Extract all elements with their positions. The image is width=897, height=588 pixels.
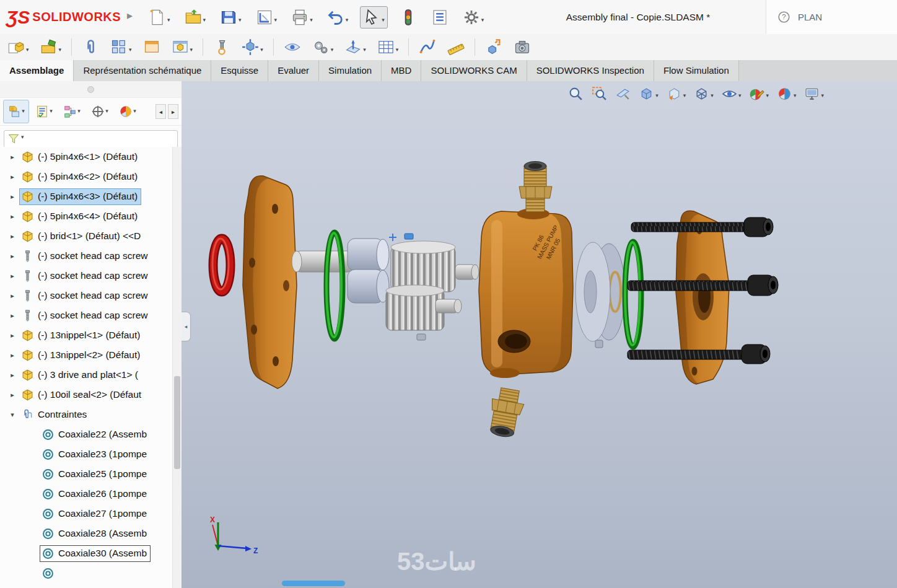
tab-evaluer[interactable]: Evaluer bbox=[268, 60, 319, 81]
tree-item-contraintes[interactable]: ▾Contraintes bbox=[0, 405, 173, 424]
zoom-to-area-button[interactable] bbox=[592, 86, 607, 102]
rebuild-button[interactable] bbox=[397, 7, 419, 28]
dropdown-caret-icon[interactable]: ▾ bbox=[59, 47, 62, 56]
filter-funnel-icon[interactable] bbox=[7, 133, 20, 145]
dropdown-caret-icon[interactable]: ▾ bbox=[310, 17, 313, 26]
options-button[interactable]: ▾ bbox=[460, 7, 487, 28]
tree-scrollbar[interactable] bbox=[172, 147, 182, 588]
dropdown-caret-icon[interactable]: ▾ bbox=[346, 17, 349, 26]
tree-item-13nippel-1-d-faut[interactable]: ▸(-) 13nippel<1> (Défaut) bbox=[0, 325, 173, 345]
smart-fasteners-button[interactable] bbox=[211, 37, 233, 58]
dropdown-caret-icon[interactable]: ▾ bbox=[738, 93, 742, 102]
zoom-to-fit-button[interactable] bbox=[568, 86, 584, 102]
tree-item-5pin4x6-4-d-faut[interactable]: ▸(-) 5pin4x6<4> (Défaut) bbox=[0, 206, 173, 226]
tab-flow-simulation[interactable]: Flow Simulation bbox=[654, 60, 739, 81]
component-preview-window-button[interactable]: ▾ bbox=[169, 37, 196, 58]
expand-arrow-icon[interactable]: ▸ bbox=[8, 312, 17, 320]
o-ring-rear[interactable] bbox=[625, 242, 641, 347]
tab-solidworks-cam[interactable]: SOLIDWORKS CAM bbox=[421, 60, 527, 81]
tree-item-socket-head-cap-screw[interactable]: ▸(-) socket head cap screw bbox=[0, 246, 173, 266]
tab-simulation[interactable]: Simulation bbox=[319, 60, 382, 81]
panel-tab-propertymanager[interactable]: ▾ bbox=[31, 100, 57, 123]
bearing-blocks[interactable] bbox=[348, 239, 389, 303]
dropdown-caret-icon[interactable]: ▾ bbox=[167, 17, 170, 26]
tree-item-10oil-seal-2-d-faut[interactable]: ▸(-) 10oil seal<2> (Défaut bbox=[0, 385, 173, 405]
dropdown-caret-icon[interactable]: ▾ bbox=[22, 108, 25, 115]
open-button[interactable]: ▾ bbox=[182, 7, 209, 28]
make-drawing-button[interactable]: ▾ bbox=[253, 7, 280, 28]
view-orientation-button[interactable]: ▾ bbox=[639, 86, 659, 102]
wear-plates[interactable] bbox=[575, 242, 625, 348]
dropdown-caret-icon[interactable]: ▾ bbox=[331, 47, 334, 56]
exploded-view-button[interactable] bbox=[483, 37, 505, 58]
dropdown-caret-icon[interactable]: ▾ bbox=[190, 47, 193, 56]
panel-tabs-scroll-right[interactable]: ▸ bbox=[168, 104, 178, 119]
expand-arrow-icon[interactable]: ▸ bbox=[8, 252, 17, 260]
panel-tab-displaymanager[interactable]: ▾ bbox=[115, 100, 141, 123]
tree-item-coaxiale26-1pompe[interactable]: Coaxiale26 (1pompe bbox=[0, 484, 173, 504]
dropdown-caret-icon[interactable]: ▾ bbox=[382, 17, 385, 26]
dropdown-caret-icon[interactable]: ▾ bbox=[133, 108, 136, 115]
pump-housing[interactable]: PK 86 MASS PUMP MNR 05 bbox=[479, 208, 573, 378]
save-button[interactable]: ▾ bbox=[217, 7, 244, 28]
dropdown-caret-icon[interactable]: ▾ bbox=[238, 17, 242, 26]
gear-pair[interactable] bbox=[386, 241, 479, 340]
tree-item-coaxiale30-assemb[interactable]: Coaxiale30 (Assemb bbox=[0, 543, 173, 563]
filter-dropdown-caret[interactable]: ▾ bbox=[21, 134, 24, 143]
oil-seal-red[interactable] bbox=[212, 239, 230, 292]
nipple-fitting-top[interactable] bbox=[519, 162, 552, 213]
view-settings-button[interactable]: ▾ bbox=[804, 86, 824, 102]
tab-repr-sentation-sch-matique[interactable]: Représentation schématique bbox=[74, 60, 211, 81]
expand-arrow-icon[interactable]: ▸ bbox=[8, 292, 17, 300]
tab-assemblage[interactable]: Assemblage bbox=[0, 60, 74, 81]
collapse-arrow-icon[interactable]: ▾ bbox=[8, 411, 17, 419]
tree-scrollbar-thumb[interactable] bbox=[174, 376, 180, 469]
assembly-features-button[interactable]: ▾ bbox=[310, 37, 336, 58]
dropdown-caret-icon[interactable]: ▾ bbox=[766, 93, 769, 102]
dropdown-caret-icon[interactable]: ▾ bbox=[203, 17, 206, 26]
tree-item-5pin4x6-2-d-faut[interactable]: ▸(-) 5pin4x6<2> (Défaut) bbox=[0, 167, 173, 186]
tree-item-5pin4x6-1-d-faut[interactable]: ▸(-) 5pin4x6<1> (Défaut) bbox=[0, 147, 173, 167]
tree-item-13nippel-2-d-faut[interactable]: ▸(-) 13nippel<2> (Défaut) bbox=[0, 345, 173, 365]
logo-expander-icon[interactable]: ▸ bbox=[127, 9, 133, 22]
hide-show-items-button[interactable]: ▾ bbox=[722, 86, 742, 102]
motion-study-button[interactable] bbox=[416, 37, 439, 58]
expand-arrow-icon[interactable]: ▸ bbox=[8, 193, 17, 201]
expand-arrow-icon[interactable]: ▸ bbox=[8, 173, 17, 181]
linear-component-pattern-button[interactable]: ▾ bbox=[108, 37, 134, 58]
bill-of-materials-button[interactable]: ▾ bbox=[375, 37, 401, 58]
tree-item-3-drive-and-plat-1[interactable]: ▸(-) 3 drive and plat<1> ( bbox=[0, 365, 173, 385]
expand-arrow-icon[interactable]: ▸ bbox=[8, 391, 17, 399]
tree-item-socket-head-cap-screw[interactable]: ▸(-) socket head cap screw bbox=[0, 286, 173, 305]
expand-arrow-icon[interactable]: ▸ bbox=[8, 371, 17, 379]
preview-window-button[interactable] bbox=[141, 37, 163, 58]
expand-arrow-icon[interactable]: ▸ bbox=[8, 213, 17, 221]
tree-item-coaxiale22-assemb[interactable]: Coaxiale22 (Assemb bbox=[0, 424, 173, 444]
measure-button[interactable] bbox=[445, 37, 467, 58]
tree-item-socket-head-cap-screw[interactable]: ▸(-) socket head cap screw bbox=[0, 305, 173, 325]
expand-arrow-icon[interactable]: ▸ bbox=[8, 331, 17, 340]
panel-splitter[interactable] bbox=[0, 81, 182, 98]
tab-esquisse[interactable]: Esquisse bbox=[211, 60, 268, 81]
tab-mbd[interactable]: MBD bbox=[382, 60, 421, 81]
panel-tab-dimxpertmanager[interactable]: ▾ bbox=[87, 100, 113, 123]
dropdown-caret-icon[interactable]: ▾ bbox=[481, 17, 484, 26]
dropdown-caret-icon[interactable]: ▾ bbox=[711, 93, 714, 102]
edit-appearance-button[interactable]: ▾ bbox=[749, 86, 769, 102]
panel-tabs-scroll-left[interactable]: ◂ bbox=[155, 104, 166, 119]
insert-components-button[interactable]: ▾ bbox=[5, 37, 32, 58]
new-document-button[interactable]: ▾ bbox=[146, 7, 173, 28]
dropdown-caret-icon[interactable]: ▾ bbox=[821, 93, 824, 102]
dropdown-caret-icon[interactable]: ▾ bbox=[129, 47, 132, 56]
undo-button[interactable]: ▾ bbox=[325, 7, 351, 28]
panel-tab-featuremanager[interactable]: ▾ bbox=[3, 100, 29, 123]
help-icon[interactable]: ? bbox=[777, 11, 790, 24]
expand-arrow-icon[interactable]: ▸ bbox=[8, 351, 17, 359]
graphics-viewport[interactable]: PK 86 MASS PUMP MNR 05 bbox=[182, 81, 897, 588]
tree-item-coaxiale23-1pompe[interactable]: Coaxiale23 (1pompe bbox=[0, 444, 173, 464]
tree-item-5pin4x6-3-d-faut[interactable]: ▸(-) 5pin4x6<3> (Défaut) bbox=[0, 186, 173, 206]
left-flange[interactable] bbox=[243, 176, 297, 388]
tree-item-coaxiale27-1pompe[interactable]: Coaxiale27 (1pompe bbox=[0, 504, 173, 524]
section-view-button[interactable] bbox=[615, 86, 631, 102]
display-style-button[interactable]: ▾ bbox=[694, 86, 714, 102]
